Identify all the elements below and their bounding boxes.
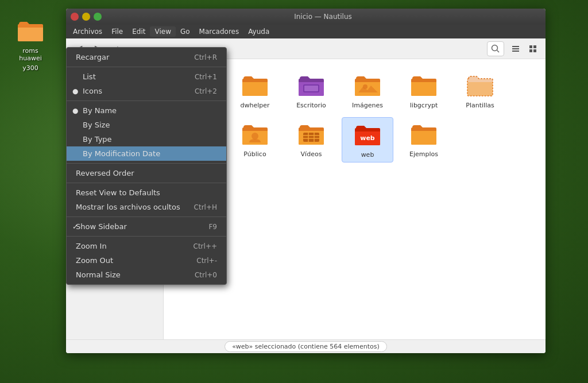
svg-rect-5 bbox=[529, 45, 532, 48]
grid-view-icon bbox=[528, 44, 537, 53]
status-text: «web» seleccionado (contiene 564 element… bbox=[225, 341, 387, 352]
list-view-icon bbox=[511, 44, 520, 53]
menu-item-reversed-label: Reversed Order bbox=[76, 169, 134, 177]
file-item-publico[interactable]: Público bbox=[229, 117, 281, 163]
file-item-ejemplos[interactable]: Ejemplos bbox=[398, 117, 450, 163]
menu-item-list[interactable]: List Ctrl+1 bbox=[67, 69, 226, 84]
svg-rect-4 bbox=[512, 51, 519, 52]
menu-item-show-hidden-label: Mostrar los archivos ocultos bbox=[76, 203, 180, 211]
title-bar: Inicio — Nautilus bbox=[66, 9, 546, 25]
menu-item-reload[interactable]: Recargar Ctrl+R bbox=[67, 50, 226, 64]
folder-icon-videos bbox=[297, 121, 325, 148]
file-item-escritorio[interactable]: Escritorio bbox=[285, 68, 337, 113]
folder-icon-dwhelper bbox=[241, 72, 269, 99]
file-label-videos: Vídeos bbox=[301, 150, 322, 158]
menu-item-list-label: List bbox=[83, 72, 96, 81]
menu-go[interactable]: Go bbox=[176, 26, 195, 37]
menu-item-by-size-label: By Size bbox=[83, 121, 110, 129]
desktop-icon-label2: y300 bbox=[22, 64, 38, 72]
folder-icon-escritorio bbox=[297, 72, 325, 99]
menu-item-by-mod-date[interactable]: By Modification Date bbox=[67, 146, 226, 161]
folder-icon-roms bbox=[17, 17, 44, 45]
desktop-icon-roms[interactable]: roms huawei y300 bbox=[10, 17, 51, 72]
menu-archivos[interactable]: Archivos bbox=[68, 26, 107, 37]
menu-ayuda[interactable]: Ayuda bbox=[243, 26, 274, 37]
menu-shortcut-zoom-in: Ctrl++ bbox=[194, 242, 217, 250]
menu-edit[interactable]: Edit bbox=[127, 26, 150, 37]
menu-item-by-type-label: By Type bbox=[83, 135, 112, 144]
separator-3 bbox=[67, 163, 226, 164]
file-item-dwhelper[interactable]: dwhelper bbox=[229, 68, 281, 113]
menu-item-icons-label: Icons bbox=[83, 87, 102, 95]
folder-icon-plantillas bbox=[466, 72, 494, 99]
file-item-libgcrypt[interactable]: libgcrypt bbox=[398, 68, 450, 113]
file-label-plantillas: Plantillas bbox=[466, 102, 494, 109]
file-label-libgcrypt: libgcrypt bbox=[410, 102, 438, 109]
menu-item-by-type[interactable]: By Type bbox=[67, 132, 226, 146]
menu-item-reset[interactable]: Reset View to Defaults bbox=[67, 185, 226, 200]
menu-item-zoom-out-label: Zoom Out bbox=[76, 256, 113, 265]
menu-shortcut-reload: Ctrl+R bbox=[194, 53, 217, 61]
menu-shortcut-zoom-out: Ctrl+- bbox=[196, 257, 217, 265]
menu-item-normal-size-label: Normal Size bbox=[76, 270, 121, 279]
file-item-web[interactable]: web web bbox=[342, 117, 393, 163]
file-item-videos[interactable]: Vídeos bbox=[285, 117, 337, 163]
menu-shortcut-list: Ctrl+1 bbox=[195, 73, 217, 81]
svg-point-0 bbox=[492, 45, 498, 51]
folder-icon-ejemplos bbox=[410, 121, 438, 148]
menu-item-icons[interactable]: ● Icons Ctrl+2 bbox=[67, 84, 226, 98]
separator-4 bbox=[67, 183, 226, 183]
file-label-publico: Público bbox=[243, 150, 266, 158]
view-dropdown-menu: Recargar Ctrl+R List Ctrl+1 ● Icons Ctrl… bbox=[66, 47, 227, 285]
menu-item-by-size[interactable]: By Size bbox=[67, 118, 226, 132]
menu-item-show-hidden[interactable]: Mostrar los archivos ocultos Ctrl+H bbox=[67, 200, 226, 214]
view-toggle-buttons bbox=[508, 41, 541, 57]
svg-rect-3 bbox=[512, 48, 519, 49]
menu-view[interactable]: View bbox=[150, 26, 175, 37]
menu-item-reset-label: Reset View to Defaults bbox=[76, 188, 160, 197]
menu-item-normal-size[interactable]: Normal Size Ctrl+0 bbox=[67, 268, 226, 282]
menu-item-zoom-out[interactable]: Zoom Out Ctrl+- bbox=[67, 253, 226, 268]
menu-item-by-name[interactable]: ● By Name bbox=[67, 103, 226, 118]
minimize-button[interactable] bbox=[82, 13, 90, 21]
menu-item-by-mod-label: By Modification Date bbox=[83, 149, 160, 158]
separator-1 bbox=[67, 67, 226, 67]
desktop-icon-label: roms huawei bbox=[10, 47, 51, 62]
menu-shortcut-hidden: Ctrl+H bbox=[194, 203, 217, 211]
svg-rect-7 bbox=[529, 49, 532, 52]
check-sidebar-indicator: ✓ bbox=[72, 223, 78, 231]
maximize-button[interactable] bbox=[94, 13, 102, 21]
svg-rect-6 bbox=[533, 45, 536, 48]
file-label-ejemplos: Ejemplos bbox=[409, 150, 438, 158]
file-manager-window: Inicio — Nautilus Archivos File Edit Vie… bbox=[66, 9, 546, 353]
close-button[interactable] bbox=[71, 13, 79, 21]
menu-item-by-name-label: By Name bbox=[83, 106, 117, 115]
svg-rect-24 bbox=[304, 86, 318, 91]
menu-item-zoom-in-label: Zoom In bbox=[76, 242, 107, 250]
menu-marcadores[interactable]: Marcadores bbox=[195, 26, 244, 37]
menu-shortcut-icons: Ctrl+2 bbox=[195, 87, 217, 95]
menu-item-zoom-in[interactable]: Zoom In Ctrl++ bbox=[67, 239, 226, 253]
grid-view-button[interactable] bbox=[525, 41, 541, 57]
menu-item-reversed[interactable]: Reversed Order bbox=[67, 166, 226, 180]
menu-item-show-sidebar-label: Show Sidebar bbox=[76, 222, 127, 231]
list-view-button[interactable] bbox=[508, 41, 524, 57]
file-label-imagenes: Imágenes bbox=[352, 102, 383, 109]
search-icon bbox=[491, 44, 500, 53]
svg-line-1 bbox=[497, 50, 500, 52]
folder-icon-libgcrypt bbox=[410, 72, 438, 99]
svg-rect-2 bbox=[512, 46, 519, 47]
radio-icons-indicator: ● bbox=[72, 87, 78, 95]
menu-item-show-sidebar[interactable]: ✓ Show Sidebar F9 bbox=[67, 219, 226, 234]
separator-6 bbox=[67, 236, 226, 237]
menu-file[interactable]: File bbox=[107, 26, 127, 37]
file-label-dwhelper: dwhelper bbox=[240, 102, 269, 109]
svg-text:web: web bbox=[360, 134, 375, 142]
file-item-imagenes[interactable]: Imágenes bbox=[342, 68, 393, 113]
separator-5 bbox=[67, 216, 226, 217]
file-label-escritorio: Escritorio bbox=[296, 102, 326, 109]
search-button[interactable] bbox=[487, 41, 504, 56]
folder-icon-publico bbox=[241, 121, 269, 148]
folder-icon-imagenes bbox=[354, 72, 381, 99]
file-item-plantillas[interactable]: Plantillas bbox=[454, 68, 506, 113]
